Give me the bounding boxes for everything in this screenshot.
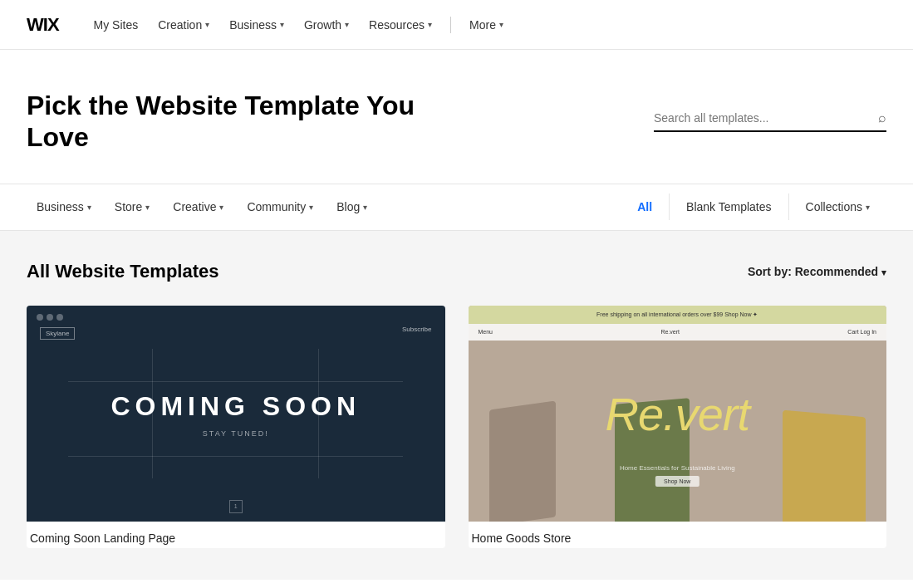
filter-right-group: All Blank Templates Collections ▾ — [621, 194, 886, 220]
nav-my-sites[interactable]: My Sites — [86, 12, 147, 38]
dot-2 — [47, 314, 53, 321]
nav-resources[interactable]: Resources ▾ — [361, 12, 440, 38]
chevron-down-icon: ▾ — [219, 203, 223, 212]
chevron-down-icon: ▾ — [205, 20, 209, 29]
decorative-line — [152, 349, 153, 478]
soap-bar-left — [489, 400, 556, 522]
preview-shop-button: Shop Now — [655, 476, 699, 487]
template-card-home-goods[interactable]: Free shipping on all international order… — [469, 306, 887, 548]
chevron-down-icon: ▾ — [87, 203, 91, 212]
sort-value: Recommended — [795, 265, 878, 278]
chevron-down-icon: ▾ — [280, 20, 284, 29]
filter-community[interactable]: Community ▾ — [237, 194, 323, 220]
top-navigation: WIX My Sites Creation ▾ Business ▾ Growt… — [0, 0, 913, 50]
search-input[interactable] — [654, 111, 878, 125]
chevron-down-icon: ▾ — [309, 203, 313, 212]
section-title: All Website Templates — [27, 261, 218, 282]
nav-creation[interactable]: Creation ▾ — [150, 12, 218, 38]
nav-growth[interactable]: Growth ▾ — [296, 12, 357, 38]
filter-store[interactable]: Store ▾ — [105, 194, 160, 220]
chevron-down-icon: ▾ — [428, 20, 432, 29]
filter-blank-templates[interactable]: Blank Templates — [669, 194, 788, 220]
template-thumbnail-home-goods: Free shipping on all international order… — [469, 306, 887, 522]
chevron-down-icon: ▾ — [866, 203, 870, 212]
dot-3 — [56, 314, 63, 321]
sort-by-control[interactable]: Sort by: Recommended ▾ — [748, 265, 886, 278]
preview-cart: Cart Log In — [847, 329, 876, 335]
filter-blog[interactable]: Blog ▾ — [326, 194, 377, 220]
nav-menu: My Sites Creation ▾ Business ▾ Growth ▾ … — [86, 12, 512, 38]
soap-bar-right — [783, 409, 866, 521]
search-icon[interactable]: ⌕ — [878, 110, 886, 125]
bottom-marker: 1 — [229, 500, 243, 513]
template-name-home-goods: Home Goods Store — [469, 522, 887, 548]
template-thumbnail-coming-soon: Skylane Subscribe COMING SOON STAY TUNED… — [27, 306, 445, 522]
preview-tagline: Home Essentials for Sustainable Living — [620, 464, 735, 472]
nav-business[interactable]: Business ▾ — [221, 12, 292, 38]
brand-name-large: Re.vert — [606, 386, 750, 440]
wix-logo[interactable]: WIX — [27, 14, 59, 36]
template-name-coming-soon: Coming Soon Landing Page — [27, 522, 445, 548]
nav-separator — [450, 17, 451, 33]
preview-logo: Skylane — [40, 327, 75, 340]
preview-brand: Re.vert — [660, 329, 680, 335]
coming-soon-text: COMING SOON — [110, 390, 361, 424]
hero-section: Pick the Website Template You Love ⌕ — [0, 50, 913, 184]
preview-subscribe: Subscribe — [402, 326, 432, 333]
preview-menu: Menu — [479, 329, 493, 335]
home-goods-preview: Free shipping on all international order… — [469, 306, 887, 522]
template-grid: Skylane Subscribe COMING SOON STAY TUNED… — [27, 306, 886, 548]
main-content: All Website Templates Sort by: Recommend… — [0, 231, 913, 580]
search-bar: ⌕ — [654, 110, 886, 132]
filter-creative[interactable]: Creative ▾ — [163, 194, 233, 220]
filter-all[interactable]: All — [621, 194, 669, 220]
decorative-line — [68, 456, 403, 457]
preview-navbar: Menu Re.vert Cart Log In — [469, 324, 887, 341]
dot-1 — [37, 314, 43, 321]
coming-soon-subtext: STAY TUNED! — [203, 429, 269, 438]
chevron-down-icon: ▾ — [345, 20, 349, 29]
chevron-down-icon: ▾ — [145, 203, 150, 212]
content-header: All Website Templates Sort by: Recommend… — [27, 261, 886, 282]
filter-business[interactable]: Business ▾ — [27, 194, 101, 220]
nav-more[interactable]: More ▾ — [461, 12, 512, 38]
window-dots — [37, 314, 63, 321]
preview-announcement: Free shipping on all international order… — [469, 306, 887, 324]
chevron-down-icon: ▾ — [363, 203, 367, 212]
decorative-line — [318, 349, 319, 478]
filter-collections[interactable]: Collections ▾ — [788, 194, 886, 220]
coming-soon-preview: Skylane Subscribe COMING SOON STAY TUNED… — [27, 306, 445, 522]
filter-navigation: Business ▾ Store ▾ Creative ▾ Community … — [0, 184, 913, 231]
page-title: Pick the Website Template You Love — [27, 90, 459, 154]
filter-left-group: Business ▾ Store ▾ Creative ▾ Community … — [27, 194, 621, 220]
chevron-down-icon: ▾ — [499, 20, 503, 29]
chevron-down-icon: ▾ — [881, 267, 886, 277]
template-card-coming-soon[interactable]: Skylane Subscribe COMING SOON STAY TUNED… — [27, 306, 445, 548]
decorative-line — [68, 381, 403, 382]
